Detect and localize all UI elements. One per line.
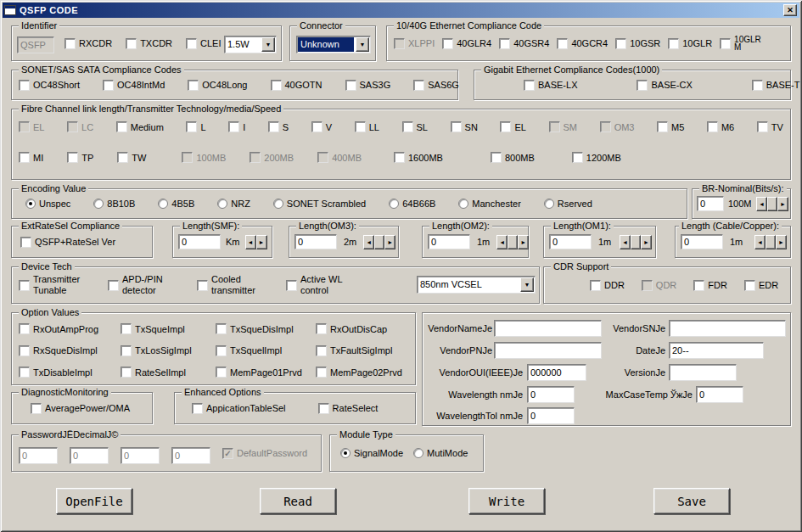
checkbox-box[interactable] — [355, 121, 366, 132]
checkbox-box[interactable] — [499, 38, 510, 49]
checkbox-box[interactable] — [402, 121, 413, 132]
wavelengthtol-field[interactable] — [527, 407, 575, 424]
checkbox-box[interactable] — [316, 367, 327, 378]
checkbox-box[interactable] — [557, 38, 568, 49]
checkbox-box[interactable] — [318, 403, 329, 414]
length-smf-field[interactable] — [178, 234, 221, 249]
dropdown-arrow-icon[interactable]: ▼ — [356, 37, 369, 52]
radio-circle[interactable] — [217, 199, 227, 209]
scroll-thumb[interactable] — [767, 197, 777, 211]
checkbox-box[interactable] — [757, 121, 768, 132]
checkbox-box[interactable] — [67, 152, 78, 163]
checkbox-box[interactable] — [744, 280, 755, 291]
checkbox-box[interactable] — [413, 80, 424, 91]
checkbox-box[interactable] — [316, 323, 327, 334]
radio-sonet-scrambled[interactable]: SONET Scrambled — [273, 199, 366, 209]
radio-circle[interactable] — [158, 199, 168, 209]
radio-64b66b[interactable]: 64B66B — [389, 199, 435, 209]
checkbox-box[interactable] — [188, 80, 199, 91]
checkbox-box[interactable] — [451, 121, 462, 132]
checkbox-box[interactable] — [707, 121, 718, 132]
checkbox-tp[interactable]: TP — [67, 152, 93, 163]
radio-manchester[interactable]: Manchester — [458, 199, 520, 209]
checkbox-box[interactable] — [216, 323, 227, 334]
checkbox-appicationtablesel[interactable]: AppicationTableSel — [192, 403, 286, 414]
checkbox-m5[interactable]: M5 — [657, 121, 684, 132]
vendor-sn-field[interactable] — [669, 320, 786, 337]
write-button[interactable]: Write — [468, 488, 545, 514]
checkbox-sas3g[interactable]: SAS3G — [345, 80, 391, 91]
checkbox-40gotn[interactable]: 40GOTN — [271, 80, 322, 91]
checkbox-averagepower-oma[interactable]: AveragePower/OMA — [31, 403, 130, 414]
radio-unspec[interactable]: Unspec — [25, 199, 70, 209]
password-field-3[interactable] — [121, 447, 160, 464]
checkbox-rateselect[interactable]: RateSelect — [318, 403, 379, 414]
checkbox-s[interactable]: S — [268, 121, 289, 132]
checkbox-fdr[interactable]: FDR — [693, 280, 727, 291]
checkbox-rxoutdiscap[interactable]: RxOutDisCap — [316, 323, 410, 334]
checkbox-txsquelimpl[interactable]: TxSquelImpl — [216, 345, 316, 356]
checkbox-rateselimpl[interactable]: RateSelImpl — [121, 367, 216, 378]
radio-circle[interactable] — [340, 448, 351, 458]
checkbox-box[interactable] — [286, 280, 297, 291]
checkbox-ll[interactable]: LL — [355, 121, 379, 132]
checkbox-mi[interactable]: MI — [19, 152, 43, 163]
checkbox-sas6g[interactable]: SAS6G — [413, 80, 459, 91]
checkbox-box[interactable] — [637, 80, 648, 91]
checkbox-box[interactable] — [186, 38, 197, 49]
checkbox-10gsr[interactable]: 10GSR — [615, 38, 660, 49]
checkbox-box[interactable] — [19, 280, 30, 291]
scroll-right-button[interactable]: ► — [777, 197, 788, 211]
checkbox-box[interactable] — [192, 403, 203, 414]
checkbox-box[interactable] — [121, 345, 132, 356]
checkbox-box[interactable] — [126, 38, 137, 49]
checkbox-box[interactable] — [720, 38, 731, 49]
checkbox-box[interactable] — [345, 80, 356, 91]
checkbox-mempage02prvd[interactable]: MemPage02Prvd — [316, 367, 410, 378]
length-om3-field[interactable] — [294, 234, 337, 249]
checkbox-box[interactable] — [121, 323, 132, 334]
length-om2-scrollbar[interactable]: ◄ ► — [496, 235, 529, 249]
checkbox-mempage01prvd[interactable]: MemPage01Prvd — [216, 367, 316, 378]
checkbox-box[interactable] — [108, 280, 119, 291]
scroll-thumb[interactable] — [631, 235, 641, 249]
radio-mutimode[interactable]: MutiMode — [413, 448, 468, 458]
radio-rserved[interactable]: Rserved — [544, 199, 592, 209]
checkbox-10glr[interactable]: 10GLR — [668, 38, 712, 49]
radio-circle[interactable] — [93, 199, 104, 209]
checkbox-40glr4[interactable]: 40GLR4 — [442, 38, 491, 49]
checkbox-box[interactable] — [64, 38, 76, 49]
checkbox-txcdr[interactable]: TXCDR — [126, 38, 172, 49]
radio-circle[interactable] — [413, 448, 423, 458]
checkbox-box[interactable] — [31, 403, 42, 414]
checkbox-box[interactable] — [216, 367, 227, 378]
checkbox-base-cx[interactable]: BASE-CX — [637, 80, 692, 91]
checkbox-box[interactable] — [657, 121, 668, 132]
checkbox-rxoutampprog[interactable]: RxOutAmpProg — [19, 323, 121, 334]
radio-circle[interactable] — [273, 199, 283, 209]
checkbox-box[interactable] — [752, 80, 763, 91]
checkbox-box[interactable] — [19, 80, 30, 91]
scroll-thumb[interactable] — [766, 235, 776, 249]
checkbox-ddr[interactable]: DDR — [590, 280, 625, 291]
checkbox-box[interactable] — [117, 152, 128, 163]
checkbox-800mb[interactable]: 800MB — [491, 152, 535, 163]
checkbox-box[interactable] — [572, 152, 583, 163]
connector-dropdown[interactable]: Unknown ▼ — [296, 36, 371, 53]
checkbox-edr[interactable]: EDR — [744, 280, 778, 291]
checkbox-box[interactable] — [524, 80, 535, 91]
length-om1-scrollbar[interactable]: ◄ ► — [620, 235, 652, 249]
read-button[interactable]: Read — [260, 488, 336, 514]
scroll-right-button[interactable]: ► — [776, 235, 787, 249]
version-field[interactable] — [669, 364, 737, 381]
scroll-thumb[interactable] — [374, 235, 384, 249]
radio-circle[interactable] — [25, 199, 36, 209]
scroll-left-button[interactable]: ◄ — [754, 235, 766, 249]
length-om2-field[interactable] — [428, 234, 470, 249]
checkbox-box[interactable] — [197, 280, 208, 291]
checkbox-i[interactable]: I — [228, 121, 245, 132]
checkbox-10glr-m[interactable]: 10GLR M — [720, 36, 765, 51]
checkbox-box[interactable] — [442, 38, 453, 49]
checkbox-box[interactable] — [121, 367, 132, 378]
checkbox-box[interactable] — [394, 152, 405, 163]
